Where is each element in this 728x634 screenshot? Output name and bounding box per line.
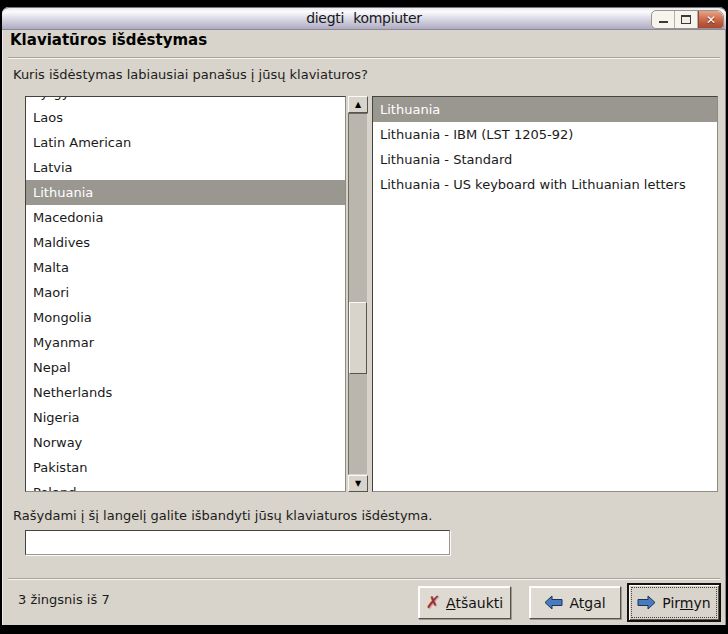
forward-button[interactable]: Pirmyn <box>627 583 721 622</box>
question-label: Kuris išdėstymas labiausiai panašus į jū… <box>13 67 368 82</box>
country-list-scrollbar[interactable]: ▲ ▼ <box>348 96 368 492</box>
list-item[interactable]: Lithuania <box>373 97 717 122</box>
label-part: Pir <box>662 595 680 611</box>
minimize-button[interactable] <box>652 11 675 28</box>
list-item[interactable]: Mongolia <box>26 305 345 330</box>
label-part: At <box>569 595 584 611</box>
country-list-items: KyrgyzLaosLatin AmericanLatviaLithuaniaM… <box>26 96 345 492</box>
list-item[interactable]: Lithuania - IBM (LST 1205-92) <box>373 122 717 147</box>
list-item[interactable]: Pakistan <box>26 455 345 480</box>
scrollbar-thumb[interactable] <box>349 302 367 374</box>
list-item[interactable]: Lithuania - US keyboard with Lithuanian … <box>373 172 717 197</box>
label-part: yn <box>694 595 711 611</box>
back-arrow-icon <box>544 595 563 610</box>
back-button[interactable]: Atgal <box>529 586 621 619</box>
titlebar[interactable]: diegti kompiuter ✕ <box>2 7 726 30</box>
back-button-label: Atgal <box>569 595 605 611</box>
maximize-button[interactable] <box>675 11 698 28</box>
footer-separator <box>8 578 720 580</box>
page-title: Klaviatūros išdėstymas <box>10 31 207 49</box>
installer-window: diegti kompiuter ✕ Klaviatūros išdėstyma… <box>2 7 726 625</box>
header-separator <box>8 57 720 59</box>
content-area: Klaviatūros išdėstymas Kuris išdėstymas … <box>2 30 726 625</box>
cancel-button-label: Atšaukti <box>446 595 503 611</box>
label-part: al <box>593 595 605 611</box>
list-item[interactable]: Nigeria <box>26 405 345 430</box>
country-list[interactable]: KyrgyzLaosLatin AmericanLatviaLithuaniaM… <box>25 96 346 492</box>
arrow-down-icon: ▼ <box>355 479 361 488</box>
arrow-up-icon: ▲ <box>355 100 361 109</box>
screen: diegti kompiuter ✕ Klaviatūros išdėstyma… <box>0 0 728 634</box>
keyboard-test-input[interactable] <box>25 530 450 555</box>
list-item[interactable]: Laos <box>26 105 345 130</box>
list-item[interactable]: Myanmar <box>26 330 345 355</box>
label-mnemonic: g <box>584 595 593 611</box>
list-item[interactable]: Lithuania <box>26 180 345 205</box>
variant-list[interactable]: LithuaniaLithuania - IBM (LST 1205-92)Li… <box>372 96 718 492</box>
type-test-label: Rašydami į šį langelį galite išbandyti j… <box>13 508 432 523</box>
cancel-button[interactable]: ✗ Atšaukti <box>418 586 511 619</box>
minimize-icon <box>659 21 668 23</box>
forward-arrow-icon <box>637 595 656 610</box>
close-icon: ✕ <box>706 14 716 26</box>
forward-button-label: Pirmyn <box>662 595 710 611</box>
list-item[interactable]: Kyrgyz <box>26 96 345 105</box>
list-item[interactable]: Poland <box>26 480 345 492</box>
label-mnemonic: m <box>680 595 694 611</box>
list-item[interactable]: Lithuania - Standard <box>373 147 717 172</box>
list-item[interactable]: Latvia <box>26 155 345 180</box>
window-title: diegti kompiuter <box>2 8 726 29</box>
list-item[interactable]: Nepal <box>26 355 345 380</box>
scroll-down-button[interactable]: ▼ <box>348 475 368 492</box>
scrollbar-track[interactable] <box>348 113 368 475</box>
step-status: 3 žingsnis iš 7 <box>18 592 110 607</box>
cancel-x-icon: ✗ <box>425 594 440 611</box>
label-part: tšaukti <box>455 595 503 611</box>
list-item[interactable]: Malta <box>26 255 345 280</box>
scroll-up-button[interactable]: ▲ <box>348 96 368 113</box>
list-item[interactable]: Maori <box>26 280 345 305</box>
list-item[interactable]: Macedonia <box>26 205 345 230</box>
list-item[interactable]: Latin American <box>26 130 345 155</box>
list-item[interactable]: Maldives <box>26 230 345 255</box>
window-controls: ✕ <box>651 10 724 29</box>
close-button[interactable]: ✕ <box>698 11 723 28</box>
list-item[interactable]: Norway <box>26 430 345 455</box>
maximize-icon <box>681 15 691 24</box>
variant-list-items: LithuaniaLithuania - IBM (LST 1205-92)Li… <box>373 97 717 197</box>
list-item[interactable]: Netherlands <box>26 380 345 405</box>
